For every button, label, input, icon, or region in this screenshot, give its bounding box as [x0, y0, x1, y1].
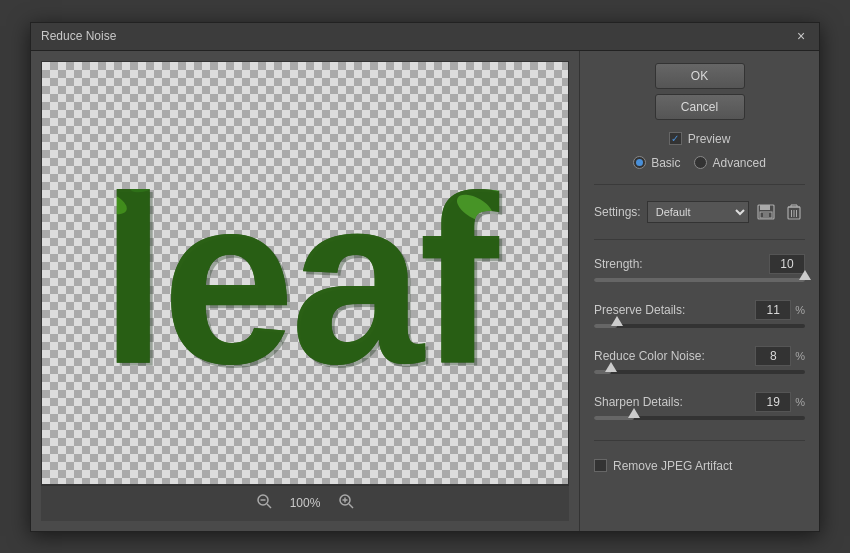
settings-select[interactable]: Default [647, 201, 749, 223]
svg-line-35 [267, 504, 271, 508]
divider-3 [594, 440, 805, 441]
leaf-svg: leaf leaf [90, 103, 520, 443]
leaf-canvas-content: leaf leaf [42, 62, 568, 484]
controls-panel: OK Cancel Preview Basic Advanced [579, 51, 819, 531]
preview-label: Preview [688, 132, 731, 146]
preserve-details-label: Preserve Details: [594, 303, 685, 317]
ok-button[interactable]: OK [655, 63, 745, 89]
remove-artifact-row: Remove JPEG Artifact [594, 459, 805, 473]
sharpen-details-slider-thumb[interactable] [628, 408, 640, 418]
sharpen-details-label: Sharpen Details: [594, 395, 683, 409]
remove-artifact-checkbox[interactable] [594, 459, 607, 472]
reduce-color-noise-slider-thumb[interactable] [605, 362, 617, 372]
preserve-details-slider-track[interactable] [594, 324, 805, 328]
zoom-in-button[interactable] [332, 491, 360, 515]
action-buttons: OK Cancel [594, 63, 805, 120]
divider-1 [594, 184, 805, 185]
close-button[interactable]: × [793, 28, 809, 44]
divider-2 [594, 239, 805, 240]
delete-settings-button[interactable] [783, 201, 805, 223]
preview-checkbox[interactable] [669, 132, 682, 145]
svg-line-38 [349, 504, 353, 508]
dialog-body: leaf leaf [31, 51, 819, 531]
sharpen-details-slider-track[interactable] [594, 416, 805, 420]
zoom-in-icon [338, 493, 354, 509]
preserve-details-control: Preserve Details: % [594, 300, 805, 334]
sharpen-details-value-group: % [755, 392, 805, 412]
svg-rect-33 [90, 103, 520, 443]
preview-row: Preview [594, 132, 805, 146]
basic-radio[interactable] [633, 156, 646, 169]
advanced-label: Advanced [712, 156, 765, 170]
strength-label-row: Strength: [594, 254, 805, 274]
reduce-color-noise-value-group: % [755, 346, 805, 366]
strength-slider-thumb[interactable] [799, 270, 811, 280]
advanced-mode-option[interactable]: Advanced [694, 156, 765, 170]
save-settings-button[interactable] [755, 201, 777, 223]
basic-label: Basic [651, 156, 680, 170]
reduce-noise-dialog: Reduce Noise × [30, 22, 820, 532]
preserve-details-slider-thumb[interactable] [611, 316, 623, 326]
strength-slider-fill [594, 278, 805, 282]
zoom-out-icon [256, 493, 272, 509]
reduce-color-noise-label: Reduce Color Noise: [594, 349, 705, 363]
save-settings-icon [757, 204, 775, 220]
dialog-title: Reduce Noise [41, 29, 116, 43]
reduce-color-noise-label-row: Reduce Color Noise: % [594, 346, 805, 366]
basic-mode-option[interactable]: Basic [633, 156, 680, 170]
delete-icon [787, 204, 801, 220]
preserve-details-unit: % [795, 304, 805, 316]
reduce-color-noise-slider-track[interactable] [594, 370, 805, 374]
mode-row: Basic Advanced [594, 156, 805, 170]
remove-artifact-label: Remove JPEG Artifact [613, 459, 732, 473]
strength-slider-track[interactable] [594, 278, 805, 282]
settings-label: Settings: [594, 205, 641, 219]
preserve-details-value-group: % [755, 300, 805, 320]
reduce-color-noise-input[interactable] [755, 346, 791, 366]
cancel-button[interactable]: Cancel [655, 94, 745, 120]
svg-rect-44 [763, 213, 769, 217]
svg-rect-42 [760, 205, 770, 210]
preserve-details-input[interactable] [755, 300, 791, 320]
canvas-panel: leaf leaf [31, 51, 579, 531]
title-bar: Reduce Noise × [31, 23, 819, 51]
strength-label: Strength: [594, 257, 643, 271]
reduce-color-noise-unit: % [795, 350, 805, 362]
canvas-footer: 100% [41, 485, 569, 521]
sharpen-details-label-row: Sharpen Details: % [594, 392, 805, 412]
settings-row: Settings: Default [594, 201, 805, 223]
reduce-color-noise-control: Reduce Color Noise: % [594, 346, 805, 380]
advanced-radio[interactable] [694, 156, 707, 169]
preserve-details-label-row: Preserve Details: % [594, 300, 805, 320]
zoom-value: 100% [290, 496, 321, 510]
sharpen-details-control: Sharpen Details: % [594, 392, 805, 426]
sharpen-details-unit: % [795, 396, 805, 408]
zoom-out-button[interactable] [250, 491, 278, 515]
strength-control: Strength: [594, 254, 805, 288]
canvas-area: leaf leaf [41, 61, 569, 485]
sharpen-details-input[interactable] [755, 392, 791, 412]
